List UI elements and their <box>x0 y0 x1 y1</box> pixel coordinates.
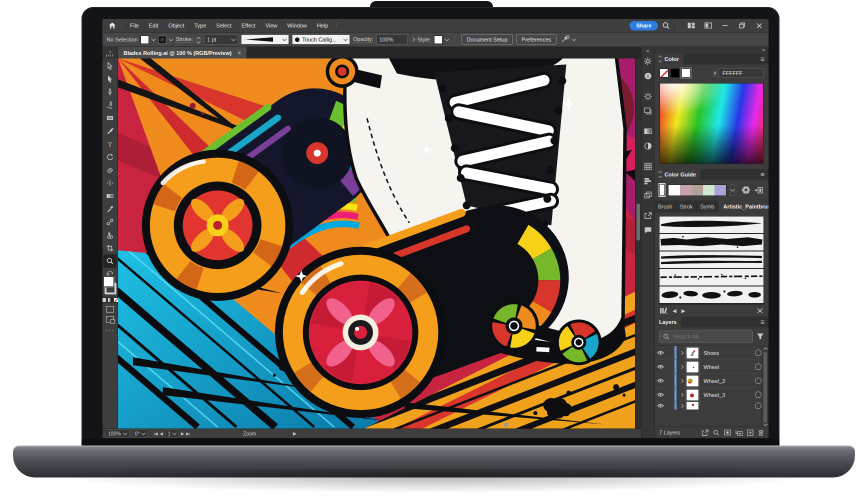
menu-file[interactable]: File <box>125 19 144 32</box>
direct-selection-tool[interactable] <box>104 72 116 86</box>
harmony-swatch[interactable] <box>692 185 703 196</box>
width-tool[interactable] <box>104 176 116 190</box>
menu-effect[interactable]: Effect <box>236 19 260 32</box>
snap-options-icon[interactable] <box>560 36 570 44</box>
minimize-button[interactable] <box>718 20 732 30</box>
draw-behind-icon[interactable] <box>106 316 114 322</box>
properties-panel-icon[interactable] <box>642 54 654 68</box>
layer-name[interactable]: Wheel_3 <box>704 392 755 398</box>
visibility-eye-icon[interactable] <box>654 346 667 360</box>
color-adjust-panel-icon[interactable] <box>642 89 654 104</box>
chevron-down-icon[interactable] <box>169 36 173 40</box>
tab-close-icon[interactable]: × <box>238 50 241 56</box>
close-button[interactable] <box>752 20 766 30</box>
lock-column[interactable] <box>667 402 674 410</box>
export-panel-icon[interactable] <box>642 208 654 223</box>
next-artboard-button[interactable]: ▶ <box>181 432 184 436</box>
layer-target-icon[interactable] <box>755 392 762 398</box>
color-spectrum-picker[interactable] <box>660 83 764 164</box>
gradient-button[interactable] <box>108 298 112 302</box>
brush-libraries-icon[interactable] <box>660 308 668 314</box>
toolbar-collapse-header[interactable]: » <box>102 47 118 58</box>
tab-brushes[interactable]: Brush <box>654 200 676 212</box>
pen-tool[interactable] <box>104 86 116 98</box>
last-artboard-button[interactable]: ▶| <box>186 432 190 436</box>
harmony-swatch-strip[interactable] <box>668 184 726 196</box>
menu-help[interactable]: Help <box>312 19 334 32</box>
opacity-label[interactable]: Opacity: <box>353 36 373 43</box>
menu-object[interactable]: Object <box>164 19 190 32</box>
share-button[interactable]: Share <box>630 21 658 30</box>
color-panel-tab[interactable]: Color <box>654 54 684 64</box>
layer-thumbnail[interactable] <box>686 402 699 410</box>
align-panel-icon[interactable] <box>642 174 654 188</box>
curvature-tool[interactable] <box>104 98 116 112</box>
harmony-swatch[interactable] <box>714 185 726 196</box>
tab-artistic-paintbrush[interactable]: Artistic_Paintbrush <box>718 200 768 212</box>
chevron-down-icon[interactable] <box>152 36 156 40</box>
vertical-scrollbar[interactable] <box>635 58 641 428</box>
rotation-select[interactable]: 0° <box>132 430 148 438</box>
brush-item[interactable] <box>660 216 764 233</box>
chevron-down-icon[interactable] <box>445 36 449 40</box>
visibility-eye-icon[interactable] <box>654 374 667 388</box>
first-artboard-button[interactable]: |◀ <box>154 432 158 436</box>
chevron-down-icon[interactable] <box>572 36 576 40</box>
white-swatch[interactable] <box>682 68 690 78</box>
layers-search-input[interactable] <box>672 333 749 340</box>
color-button[interactable] <box>102 298 106 302</box>
layer-row[interactable] <box>654 402 768 410</box>
eyedropper-tool[interactable] <box>104 202 116 216</box>
expand-chevron-icon[interactable] <box>677 352 686 354</box>
stroke-weight-value[interactable]: 1 pt <box>204 34 238 44</box>
preferences-button[interactable]: Preferences <box>516 34 556 44</box>
document-tab[interactable]: Blades Rolling.ai @ 100 % (RGB/Preview) … <box>118 47 246 58</box>
layer-thumbnail[interactable] <box>686 375 699 387</box>
fill-stroke-indicator[interactable] <box>102 276 118 294</box>
artwork-canvas[interactable] <box>118 58 641 428</box>
artboards-panel-icon[interactable] <box>642 104 654 118</box>
search-icon[interactable] <box>662 22 670 30</box>
layer-target-icon[interactable] <box>755 364 762 370</box>
lock-column[interactable] <box>667 346 674 360</box>
filter-icon[interactable] <box>756 333 764 340</box>
new-layer-icon[interactable] <box>747 430 754 436</box>
lock-column[interactable] <box>667 388 674 402</box>
gradient-tool[interactable] <box>104 190 116 202</box>
vertical-scroll-thumb[interactable] <box>636 204 640 240</box>
new-sublayer-icon[interactable] <box>736 430 742 436</box>
brush-item[interactable] <box>660 269 764 286</box>
type-tool[interactable]: T <box>104 138 116 150</box>
menu-type[interactable]: Type <box>190 19 212 32</box>
scroll-down-icon[interactable] <box>760 296 762 302</box>
blend-tool[interactable] <box>104 216 116 228</box>
stroke-weight-stepper[interactable] <box>196 36 201 43</box>
layer-name[interactable]: Wheel <box>704 364 755 370</box>
expand-chevron-icon[interactable] <box>677 404 686 408</box>
swap-fill-stroke-icon[interactable] <box>106 270 114 276</box>
paintbrush-tool[interactable] <box>104 124 116 138</box>
canvas-viewport[interactable] <box>118 58 641 428</box>
fill-color-swatch[interactable] <box>140 36 149 44</box>
menu-edit[interactable]: Edit <box>144 19 164 32</box>
rotate-tool[interactable] <box>104 150 116 164</box>
selection-tool[interactable] <box>104 60 116 72</box>
draw-normal-icon[interactable] <box>106 306 114 312</box>
harmony-swatch[interactable] <box>703 185 714 196</box>
layers-scrollbar[interactable] <box>762 346 768 426</box>
arrange-documents-icon[interactable] <box>702 20 714 30</box>
harmony-swatch[interactable] <box>680 185 692 196</box>
layer-row[interactable]: Wheel <box>654 360 768 374</box>
zoom-level-select[interactable]: 100% <box>105 430 130 438</box>
previous-artboard-button[interactable]: ◀ <box>160 432 162 436</box>
lock-column[interactable] <box>667 360 674 374</box>
layer-row[interactable]: Shoes <box>654 346 768 360</box>
variable-width-profile[interactable] <box>241 34 289 44</box>
black-swatch[interactable] <box>670 68 680 78</box>
previous-brush-icon[interactable]: ◀ <box>672 308 676 314</box>
harmony-swatch[interactable] <box>668 185 680 196</box>
menu-window[interactable]: Window <box>282 19 312 32</box>
comments-panel-icon[interactable] <box>642 223 654 238</box>
restore-button[interactable] <box>736 20 748 30</box>
locate-object-icon[interactable] <box>713 430 720 436</box>
